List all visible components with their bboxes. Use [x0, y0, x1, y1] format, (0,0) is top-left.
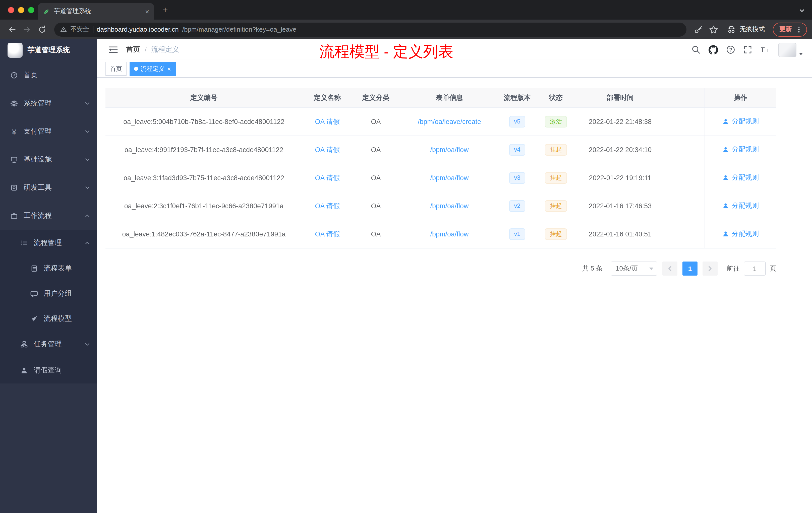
version-tag: v2 — [509, 200, 525, 212]
assign-rule-link[interactable]: 分配规则 — [722, 117, 759, 126]
assign-rule-link[interactable]: 分配规则 — [722, 230, 759, 238]
sidebar-item-process-management[interactable]: 流程管理 — [0, 230, 97, 256]
menu-fold-icon[interactable] — [109, 46, 118, 54]
deploy-time: 2022-01-16 17:46:53 — [577, 192, 663, 220]
sidebar-item-payment[interactable]: ¥ 支付管理 — [0, 117, 97, 146]
sidebar-item-label: 支付管理 — [24, 127, 79, 136]
sidebar-item-label: 首页 — [24, 71, 90, 80]
forward-button[interactable] — [20, 22, 34, 36]
yen-icon: ¥ — [10, 127, 18, 136]
github-icon[interactable] — [708, 45, 718, 55]
sidebar-item-label: 研发工具 — [24, 183, 79, 192]
definition-name-link[interactable]: OA 请假 — [315, 118, 340, 125]
sidebar-item-label: 任务管理 — [34, 340, 79, 349]
definition-name-link[interactable]: OA 请假 — [315, 174, 340, 181]
back-button[interactable] — [5, 22, 19, 36]
assign-rule-link[interactable]: 分配规则 — [722, 201, 759, 210]
form-info-link[interactable]: /bpm/oa/flow — [430, 202, 468, 210]
tag-home[interactable]: 首页 — [106, 62, 126, 76]
sidebar-item-user-group[interactable]: 用户分组 — [0, 281, 97, 306]
update-button[interactable]: 更新 — [773, 22, 807, 36]
sidebar-item-label: 流程表单 — [44, 264, 90, 273]
deploy-time: 2022-01-22 20:34:10 — [577, 136, 663, 164]
goto-label: 前往 — [727, 264, 740, 273]
definition-id: oa_leave:5:004b710b-7b8a-11ec-8ef0-acde4… — [106, 108, 302, 136]
chevron-down-icon — [85, 342, 90, 347]
tab-search-chevron-icon[interactable] — [799, 6, 805, 16]
sidebar-item-workflow[interactable]: 工作流程 — [0, 202, 97, 230]
column-header: 部署时间 — [577, 88, 663, 108]
user-avatar-menu[interactable] — [778, 42, 803, 57]
password-key-icon[interactable] — [692, 22, 705, 36]
breadcrumb-home[interactable]: 首页 — [126, 45, 140, 54]
browser-tab[interactable]: 芋道管理系统 × — [38, 3, 154, 20]
column-header: 操作 — [704, 88, 776, 108]
page-size-value: 10条/页 — [616, 264, 638, 273]
browser-tabstrip: 芋道管理系统 × + — [0, 0, 812, 20]
browser-toolbar: 不安全 dashboard.yudao.iocoder.cn /bpm/mana… — [0, 20, 812, 39]
font-size-icon[interactable]: T T — [760, 45, 770, 54]
definition-id: oa_leave:1:482ec033-762a-11ec-8477-a2380… — [106, 220, 302, 248]
row-spacer — [663, 220, 704, 248]
tag-process-definition[interactable]: 流程定义 × — [129, 62, 175, 76]
briefcase-icon — [10, 212, 18, 220]
definition-id: oa_leave:4:991f2193-7b7f-11ec-a3c8-acde4… — [106, 136, 302, 164]
breadcrumb: 首页 / 流程定义 — [126, 45, 179, 54]
definition-name-link[interactable]: OA 请假 — [315, 230, 340, 238]
bookmark-star-icon[interactable] — [706, 22, 721, 36]
help-icon[interactable]: ? — [726, 45, 735, 54]
definition-name-link[interactable]: OA 请假 — [315, 202, 340, 210]
page-content: 定义编号 定义名称 定义分类 表单信息 流程版本 状态 部署时间 操作 oa_l… — [97, 78, 812, 513]
breadcrumb-current: 流程定义 — [151, 45, 179, 54]
person-icon — [722, 174, 729, 181]
page-number-current[interactable]: 1 — [683, 262, 697, 276]
search-icon[interactable] — [692, 45, 700, 54]
page-size-select[interactable]: 10条/页 — [611, 262, 657, 276]
assign-rule-link[interactable]: 分配规则 — [722, 145, 759, 154]
sidebar-item-devtools[interactable]: 研发工具 — [0, 174, 97, 202]
next-page-button[interactable] — [702, 262, 718, 276]
zoom-window-button[interactable] — [28, 7, 34, 13]
column-header: 定义分类 — [352, 88, 399, 108]
assign-rule-link[interactable]: 分配规则 — [722, 173, 759, 182]
form-info-link[interactable]: /bpm/oa/flow — [430, 146, 468, 154]
form-info-link[interactable]: /bpm/oa/flow — [430, 231, 468, 238]
sidebar-item-label: 请假查询 — [34, 366, 90, 375]
table-row: oa_leave:3:1fad3d93-7b75-11ec-a3c8-acde4… — [106, 164, 776, 192]
chevron-up-icon — [85, 213, 90, 218]
sidebar-item-system[interactable]: 系统管理 — [0, 89, 97, 117]
sidebar-item-infrastructure[interactable]: 基础设施 — [0, 146, 97, 174]
definitions-table: 定义编号 定义名称 定义分类 表单信息 流程版本 状态 部署时间 操作 oa_l… — [106, 88, 776, 248]
table-row: oa_leave:2:3c1f0ef1-76b1-11ec-9c66-a2380… — [106, 192, 776, 220]
kebab-menu-icon[interactable] — [795, 26, 803, 33]
sidebar-item-process-form[interactable]: 流程表单 — [0, 256, 97, 281]
fullscreen-icon[interactable] — [743, 45, 752, 54]
sidebar-item-leave-query[interactable]: 请假查询 — [0, 357, 97, 384]
address-bar[interactable]: 不安全 dashboard.yudao.iocoder.cn /bpm/mana… — [54, 22, 687, 36]
column-header-spacer — [663, 88, 704, 108]
sidebar-item-home[interactable]: 首页 — [0, 61, 97, 89]
status-tag: 挂起 — [545, 144, 567, 156]
close-tab-icon[interactable]: × — [145, 8, 149, 15]
incognito-icon — [727, 25, 736, 34]
prev-page-button[interactable] — [662, 262, 677, 276]
close-tag-icon[interactable]: × — [167, 65, 171, 72]
definition-name-link[interactable]: OA 请假 — [315, 146, 340, 153]
minimize-window-button[interactable] — [18, 7, 24, 13]
paper-plane-icon — [30, 315, 38, 323]
incognito-label: 无痕模式 — [740, 25, 765, 34]
definition-category: OA — [352, 108, 399, 136]
form-info-link[interactable]: /bpm/oa/leave/create — [418, 118, 481, 125]
reload-button[interactable] — [35, 22, 49, 36]
sidebar-item-process-model[interactable]: 流程模型 — [0, 306, 97, 331]
caret-down-icon — [799, 53, 803, 55]
form-info-link[interactable]: /bpm/oa/flow — [430, 174, 468, 182]
close-window-button[interactable] — [8, 7, 14, 13]
sidebar-item-task-management[interactable]: 任务管理 — [0, 331, 97, 357]
column-header: 状态 — [535, 88, 577, 108]
goto-page-input[interactable] — [744, 262, 766, 276]
url-domain: dashboard.yudao.iocoder.cn — [97, 26, 179, 33]
version-tag: v3 — [509, 172, 525, 184]
tags-view-bar: 首页 流程定义 × — [97, 60, 812, 78]
new-tab-button[interactable]: + — [160, 4, 171, 16]
